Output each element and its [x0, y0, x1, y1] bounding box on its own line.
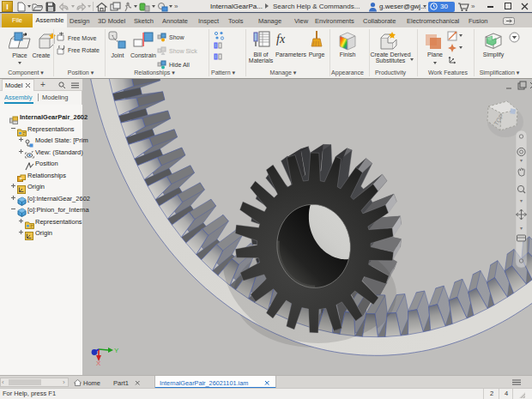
svg-text:Y: Y [114, 347, 119, 354]
svg-text:▾: ▾ [520, 226, 523, 231]
svg-text:X: X [96, 360, 101, 367]
svg-text:▾: ▾ [520, 158, 523, 163]
svg-text:▾: ▾ [520, 198, 523, 203]
